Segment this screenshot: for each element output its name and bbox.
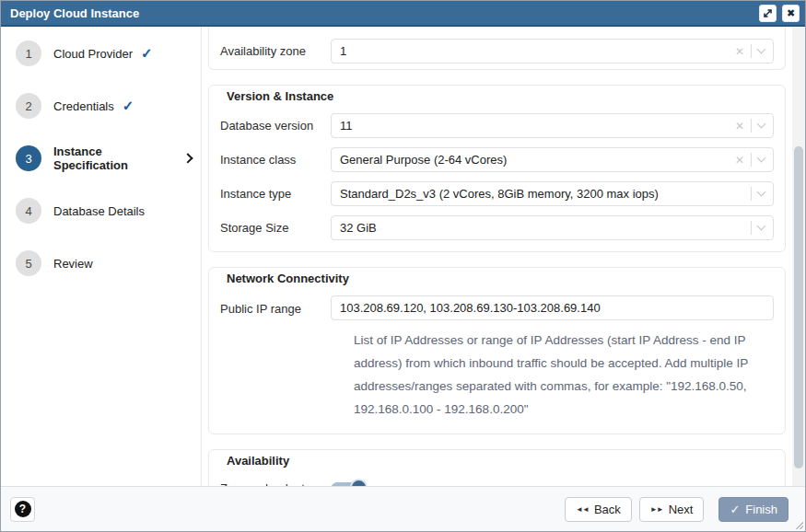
database-version-label: Database version (220, 118, 331, 133)
instance-type-select[interactable]: Standard_D2s_v3 (2 vCores, 8GiB memory, … (331, 181, 774, 206)
availability-zone-label: Availability zone (220, 43, 331, 59)
maximize-icon (763, 8, 773, 18)
chevron-down-icon[interactable] (757, 222, 766, 231)
dialog-title: Deploy Cloud Instance (10, 6, 753, 20)
clear-icon[interactable]: ✕ (735, 154, 744, 167)
separator (751, 187, 752, 201)
close-button[interactable]: ✖ (782, 5, 800, 22)
next-button[interactable]: ►► Next (639, 497, 705, 522)
step-instance-specification[interactable]: 3 Instance Specification (16, 145, 192, 171)
zone-redundant-label: Zone redundant high availability (220, 478, 331, 486)
maximize-button[interactable] (759, 5, 777, 22)
step-number-badge: 4 (16, 198, 41, 224)
public-ip-range-input[interactable] (331, 295, 774, 320)
instance-specification-panel: Availability zone 1 ✕ (202, 27, 805, 486)
chevron-down-icon[interactable] (757, 154, 766, 163)
version-instance-fieldset: Version & Instance Database version 11 ✕ (208, 85, 786, 252)
database-version-select[interactable]: 11 ✕ (331, 113, 774, 138)
check-icon: ✓ (730, 503, 740, 516)
step-number-badge: 3 (16, 145, 41, 171)
separator (751, 153, 752, 167)
close-icon: ✖ (787, 8, 795, 18)
step-review[interactable]: 5 Review (16, 250, 192, 276)
step-number-badge: 5 (16, 250, 41, 276)
separator (751, 119, 752, 133)
network-connectivity-fieldset: Network Connectivity Public IP range Lis… (208, 267, 786, 434)
toggle-thumb (350, 479, 368, 486)
double-arrow-right-icon: ►► (650, 505, 663, 514)
availability-fieldset: Availability Zone redundant high availab… (208, 449, 786, 486)
wizard-steps-sidebar: 1 Cloud Provider ✓ 2 Credentials ✓ 3 Ins… (1, 27, 202, 486)
step-label: Database Details (53, 204, 145, 218)
dialog-footer: ? ◄◄ Back ►► Next ✓ Finish (1, 486, 805, 531)
step-number-badge: 2 (16, 93, 41, 119)
chevron-down-icon[interactable] (757, 120, 766, 129)
instance-class-select[interactable]: General Purpose (2-64 vCores) ✕ (331, 147, 774, 172)
step-label: Credentials (53, 99, 114, 113)
instance-type-label: Instance type (220, 186, 331, 202)
vertical-scrollbar[interactable] (792, 27, 805, 486)
clear-icon[interactable]: ✕ (735, 45, 744, 58)
scrollbar-thumb[interactable] (794, 146, 803, 468)
availability-legend: Availability (222, 454, 294, 468)
selected-value: 32 GiB (340, 221, 751, 235)
deploy-cloud-instance-dialog: Deploy Cloud Instance ✖ 1 Cloud Provider… (0, 0, 806, 532)
chevron-down-icon[interactable] (757, 188, 766, 197)
separator (751, 44, 752, 58)
finish-button-label: Finish (745, 503, 777, 516)
step-database-details[interactable]: 4 Database Details (16, 198, 192, 224)
selected-value: 1 (340, 44, 735, 58)
resize-grip[interactable] (796, 522, 803, 529)
selected-value: General Purpose (2-64 vCores) (340, 153, 735, 167)
next-button-label: Next (669, 503, 694, 516)
storage-size-label: Storage Size (220, 220, 331, 236)
finish-button[interactable]: ✓ Finish (718, 497, 788, 522)
clear-icon[interactable]: ✕ (735, 120, 744, 133)
availability-zone-select[interactable]: 1 ✕ (331, 39, 774, 64)
selected-value: 11 (340, 119, 735, 133)
check-icon: ✓ (123, 98, 134, 114)
help-icon: ? (15, 501, 31, 517)
public-ip-range-help: List of IP Addresses or range of IP Addr… (354, 329, 787, 421)
step-credentials[interactable]: 2 Credentials ✓ (16, 93, 192, 119)
check-icon: ✓ (141, 45, 153, 62)
double-arrow-left-icon: ◄◄ (576, 505, 589, 514)
chevron-right-icon (183, 153, 193, 163)
step-label: Review (53, 257, 93, 271)
back-button-label: Back (594, 503, 621, 516)
public-ip-range-label: Public IP range (220, 295, 331, 317)
help-button[interactable]: ? (10, 497, 35, 522)
network-connectivity-legend: Network Connectivity (222, 272, 354, 285)
step-label: Cloud Provider (53, 47, 133, 61)
step-label: Instance Specification (53, 145, 173, 172)
chevron-down-icon[interactable] (757, 45, 766, 54)
titlebar: Deploy Cloud Instance ✖ (1, 1, 805, 27)
step-cloud-provider[interactable]: 1 Cloud Provider ✓ (16, 40, 192, 66)
step-number-badge: 1 (16, 40, 41, 66)
selected-value: Standard_D2s_v3 (2 vCores, 8GiB memory, … (340, 187, 751, 201)
instance-class-label: Instance class (220, 152, 331, 168)
storage-size-select[interactable]: 32 GiB (331, 215, 774, 240)
separator (751, 221, 752, 235)
version-instance-legend: Version & Instance (222, 89, 338, 103)
zone-fieldset: Availability zone 1 ✕ (208, 27, 786, 70)
back-button[interactable]: ◄◄ Back (565, 497, 632, 522)
